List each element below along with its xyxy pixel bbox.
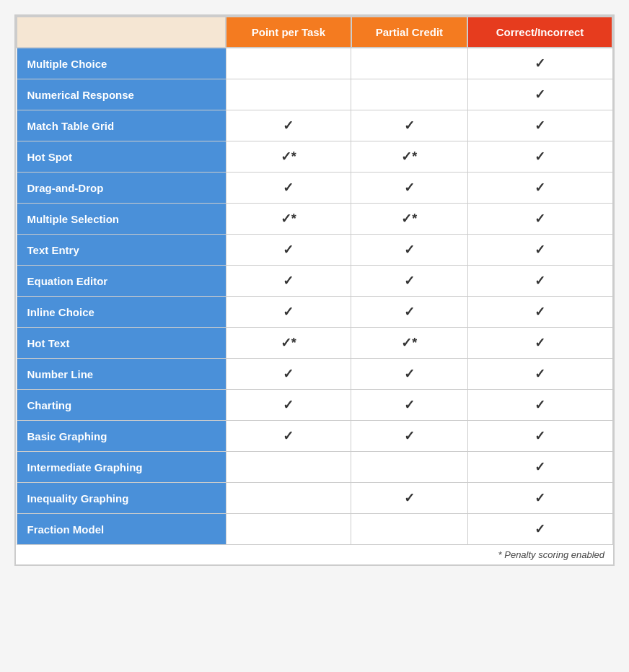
row-correct-incorrect: ✓ [467,204,612,235]
header-partial-credit: Partial Credit [351,17,467,48]
row-point-per-task: ✓ [226,421,351,452]
row-partial-credit [351,79,467,110]
table-row: Numerical Response✓ [17,79,612,110]
row-item-label: Multiple Choice [17,48,226,79]
table-row: Text Entry✓✓✓ [17,235,612,266]
row-partial-credit: ✓* [351,204,467,235]
row-partial-credit: ✓ [351,297,467,328]
row-item-label: Fraction Model [17,514,226,545]
table-row: Match Table Grid✓✓✓ [17,110,612,141]
row-correct-incorrect: ✓ [467,359,612,390]
row-point-per-task [226,452,351,483]
table-row: Multiple Choice✓ [17,48,612,79]
row-partial-credit: ✓ [351,235,467,266]
row-partial-credit [351,48,467,79]
row-item-label: Inline Choice [17,297,226,328]
row-point-per-task: ✓ [226,173,351,204]
row-point-per-task [226,79,351,110]
row-correct-incorrect: ✓ [467,514,612,545]
row-correct-incorrect: ✓ [467,173,612,204]
footnote: * Penalty scoring enabled [16,545,613,564]
row-partial-credit: ✓ [351,266,467,297]
row-correct-incorrect: ✓ [467,390,612,421]
row-correct-incorrect: ✓ [467,421,612,452]
table-body: Multiple Choice✓Numerical Response✓Match… [17,48,612,545]
table-row: Inequality Graphing✓✓ [17,483,612,514]
row-correct-incorrect: ✓ [467,266,612,297]
scoring-table-wrapper: Point per Task Partial Credit Correct/In… [14,14,615,566]
row-partial-credit: ✓ [351,359,467,390]
row-item-label: Equation Editor [17,266,226,297]
row-correct-incorrect: ✓ [467,79,612,110]
row-correct-incorrect: ✓ [467,235,612,266]
table-row: Equation Editor✓✓✓ [17,266,612,297]
row-item-label: Intermediate Graphing [17,452,226,483]
row-point-per-task: ✓ [226,266,351,297]
scoring-table: Point per Task Partial Credit Correct/In… [16,16,613,545]
row-point-per-task: ✓* [226,141,351,173]
row-point-per-task: ✓* [226,204,351,235]
table-header-row: Point per Task Partial Credit Correct/In… [17,17,612,48]
row-partial-credit [351,452,467,483]
table-row: Number Line✓✓✓ [17,359,612,390]
row-item-label: Number Line [17,359,226,390]
row-correct-incorrect: ✓ [467,483,612,514]
row-correct-incorrect: ✓ [467,297,612,328]
row-point-per-task: ✓ [226,359,351,390]
row-partial-credit: ✓* [351,141,467,173]
row-item-label: Text Entry [17,235,226,266]
table-row: Basic Graphing✓✓✓ [17,421,612,452]
row-partial-credit: ✓ [351,421,467,452]
table-row: Drag-and-Drop✓✓✓ [17,173,612,204]
row-item-label: Basic Graphing [17,421,226,452]
table-row: Hot Text✓*✓*✓ [17,328,612,359]
row-partial-credit: ✓ [351,483,467,514]
table-row: Fraction Model✓ [17,514,612,545]
row-partial-credit: ✓* [351,328,467,359]
row-point-per-task: ✓ [226,110,351,141]
table-row: Intermediate Graphing✓ [17,452,612,483]
row-correct-incorrect: ✓ [467,48,612,79]
row-item-label: Hot Text [17,328,226,359]
row-correct-incorrect: ✓ [467,110,612,141]
row-partial-credit: ✓ [351,173,467,204]
table-row: Multiple Selection✓*✓*✓ [17,204,612,235]
table-row: Hot Spot✓*✓*✓ [17,141,612,173]
row-item-label: Inequality Graphing [17,483,226,514]
row-item-label: Drag-and-Drop [17,173,226,204]
row-item-label: Multiple Selection [17,204,226,235]
row-point-per-task: ✓* [226,328,351,359]
row-item-label: Hot Spot [17,141,226,173]
row-item-label: Numerical Response [17,79,226,110]
row-point-per-task: ✓ [226,297,351,328]
table-row: Charting✓✓✓ [17,390,612,421]
header-correct-incorrect: Correct/Incorrect [467,17,612,48]
table-row: Inline Choice✓✓✓ [17,297,612,328]
header-point-per-task: Point per Task [226,17,351,48]
row-point-per-task [226,483,351,514]
row-correct-incorrect: ✓ [467,141,612,173]
row-item-label: Match Table Grid [17,110,226,141]
header-empty [17,17,226,48]
row-partial-credit [351,514,467,545]
row-correct-incorrect: ✓ [467,328,612,359]
row-point-per-task: ✓ [226,390,351,421]
row-partial-credit: ✓ [351,110,467,141]
row-partial-credit: ✓ [351,390,467,421]
row-point-per-task [226,514,351,545]
row-correct-incorrect: ✓ [467,452,612,483]
row-point-per-task [226,48,351,79]
row-point-per-task: ✓ [226,235,351,266]
row-item-label: Charting [17,390,226,421]
